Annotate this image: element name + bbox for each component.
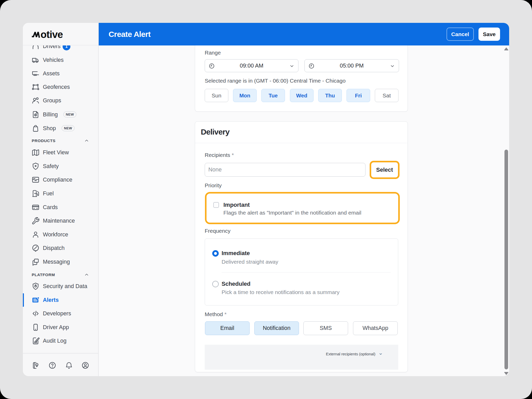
svg-text:otive: otive [41,30,63,40]
